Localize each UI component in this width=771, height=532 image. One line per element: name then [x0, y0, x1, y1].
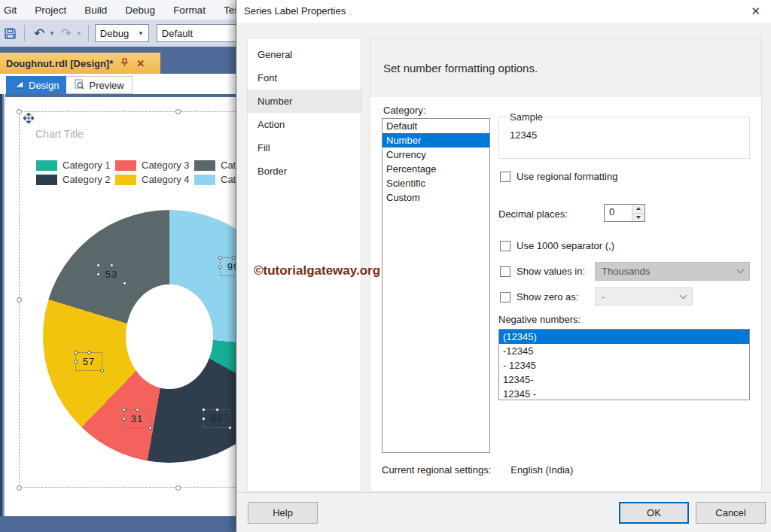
stepper-down-icon[interactable] [632, 213, 645, 222]
label-handle [100, 369, 104, 372]
negative-format-option[interactable]: - 12345 [499, 358, 749, 372]
solution-config-combobox[interactable]: Default [157, 24, 245, 42]
footer-divider [236, 492, 771, 493]
chart-point-label[interactable]: 65 [203, 409, 230, 428]
redo-button[interactable]: ↷ [58, 25, 75, 41]
negative-format-option[interactable]: 12345- [499, 372, 749, 387]
legend-swatch [194, 175, 215, 185]
category-option-number[interactable]: Number [382, 133, 489, 147]
sample-label: Sample [507, 111, 546, 123]
sample-value: 12345 [510, 129, 537, 141]
chart-title[interactable]: Chart Title [35, 128, 84, 140]
category-label: Category: [383, 105, 425, 116]
doughnut-hole [126, 284, 213, 389]
category-option-default[interactable]: Default [382, 119, 489, 133]
decimal-places-stepper[interactable]: 0 [604, 204, 645, 222]
nav-item-border[interactable]: Border [248, 160, 361, 183]
ok-button[interactable]: OK [619, 502, 689, 524]
category-option-currency[interactable]: Currency [382, 147, 489, 162]
nav-item-font[interactable]: Font [248, 66, 361, 90]
chart-point-label[interactable]: 31 [123, 409, 151, 428]
tab-preview-label: Preview [89, 80, 123, 91]
negative-format-option[interactable]: -12345 [499, 344, 749, 358]
legend-item[interactable]: Cate [194, 172, 236, 187]
legend-label: Category 2 [62, 174, 111, 185]
preview-magnifier-icon [74, 79, 84, 92]
legend-swatch [115, 160, 136, 171]
selection-handle[interactable] [17, 109, 22, 114]
legend-swatch [194, 160, 215, 171]
use-regional-label: Use regional formatting [517, 171, 617, 182]
decimal-places-value[interactable]: 0 [605, 205, 632, 221]
document-tab-title: Doughnut.rdl [Design]* [6, 58, 113, 69]
cancel-button[interactable]: Cancel [696, 502, 766, 524]
chart-point-label[interactable]: 57 [75, 352, 102, 371]
help-button[interactable]: Help [248, 502, 318, 524]
nav-item-action[interactable]: Action [248, 113, 361, 136]
label-handle [122, 417, 126, 421]
selection-handle[interactable] [175, 109, 181, 114]
document-tab-doughnut[interactable]: Doughnut.rdl [Design]* ✕ [0, 53, 160, 74]
nav-item-general[interactable]: General [248, 43, 361, 66]
menu-item-git[interactable]: Git [0, 2, 26, 19]
chart-point-label[interactable]: 99 [220, 257, 236, 276]
menu-item-build[interactable]: Build [75, 2, 116, 19]
save-icon[interactable] [2, 25, 18, 41]
tab-preview[interactable]: Preview [66, 76, 132, 94]
legend-swatch [36, 160, 57, 171]
legend-item[interactable]: Category 1 [36, 158, 115, 172]
category-option-scientific[interactable]: Scientific [382, 176, 489, 190]
label-handle [232, 256, 236, 260]
legend-label: Category 4 [142, 174, 190, 185]
category-option-percentage[interactable]: Percentage [382, 162, 489, 176]
design-ruler-icon [14, 80, 24, 91]
nav-item-number[interactable]: Number [248, 90, 361, 113]
legend-item[interactable]: Category 3 [115, 158, 194, 172]
chart-legend[interactable]: Category 1Category 2Category 3Category 4… [36, 158, 236, 187]
show-zero-value: - [602, 291, 605, 302]
use-regional-checkbox[interactable] [500, 172, 510, 182]
label-handle [123, 281, 126, 285]
legend-label: Category 1 [62, 160, 111, 171]
report-design-surface[interactable]: Chart Title Category 1Category 2Category… [5, 97, 236, 516]
show-zero-row: Show zero as: [500, 291, 578, 302]
legend-item[interactable]: Cate [194, 158, 236, 172]
label-handle [110, 263, 114, 267]
show-zero-checkbox[interactable] [500, 292, 510, 302]
nav-item-fill[interactable]: Fill [248, 136, 361, 160]
menu-item-format[interactable]: Format [164, 2, 215, 19]
dialog-close-icon[interactable]: ✕ [748, 3, 763, 20]
selection-handle[interactable] [17, 485, 22, 491]
undo-button[interactable]: ↶ [31, 25, 47, 41]
negative-format-option[interactable]: 12345 - [499, 387, 749, 400]
toolbar-separator [88, 25, 89, 41]
undo-dropdown-icon[interactable]: ▼ [49, 30, 55, 37]
label-handle [202, 408, 206, 412]
show-zero-dropdown[interactable]: - [595, 287, 693, 306]
use-1000-separator-checkbox[interactable] [500, 241, 510, 251]
label-handle [96, 263, 100, 267]
toolbar-separator [24, 25, 25, 41]
stepper-up-icon[interactable] [632, 205, 645, 213]
label-handle [218, 256, 222, 260]
redo-dropdown-icon[interactable]: ▼ [76, 30, 82, 37]
move-handle-icon[interactable] [23, 113, 34, 126]
menu-item-debug[interactable]: Debug [116, 2, 164, 19]
tab-design[interactable]: Design [6, 76, 66, 94]
chart-point-label[interactable]: 53 [98, 265, 125, 284]
menu-item-project[interactable]: Project [26, 2, 75, 19]
show-values-checkbox[interactable] [500, 266, 510, 277]
selection-handle[interactable] [17, 297, 22, 302]
legend-item[interactable]: Category 2 [36, 172, 115, 187]
category-listbox[interactable]: DefaultNumberCurrencyPercentageScientifi… [382, 118, 490, 453]
legend-item[interactable]: Category 4 [115, 172, 194, 187]
close-tab-icon[interactable]: ✕ [136, 58, 145, 69]
selection-handle[interactable] [175, 485, 181, 491]
category-option-custom[interactable]: Custom [382, 190, 489, 205]
debug-config-combobox[interactable]: Debug▼ [95, 24, 149, 42]
negative-format-option[interactable]: (12345) [499, 330, 749, 344]
show-values-value: Thousands [602, 266, 650, 277]
negative-numbers-listbox[interactable]: (12345)-12345- 1234512345-12345 - [498, 329, 750, 400]
pin-icon[interactable] [120, 58, 129, 69]
show-values-dropdown[interactable]: Thousands [595, 262, 750, 281]
